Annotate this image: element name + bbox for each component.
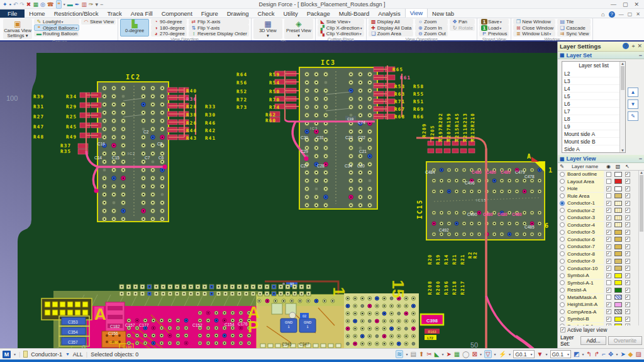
layer-color-swatch[interactable] [614,309,622,314]
side-view-button[interactable]: ◣Side View▾ [318,19,364,25]
close-icon[interactable]: ✕ [637,43,642,49]
select-checkbox[interactable] [625,208,630,213]
n-mode-icon[interactable]: ◩ [574,351,579,358]
select-checkbox[interactable] [625,222,630,227]
select-checkbox[interactable] [625,244,630,249]
pan2-icon-dropdown[interactable]: ▾ [616,352,618,356]
visibility-checkbox[interactable] [606,186,611,191]
tab-restriction-block[interactable]: Restriction/Block [50,9,103,18]
filter-icon[interactable]: ▼ [65,352,70,356]
layer-color-swatch[interactable] [614,186,622,191]
close-window-button[interactable]: ⊠Close Window [513,25,555,30]
visibility-checkbox[interactable] [606,201,611,206]
layer-radio-conductor-5[interactable] [560,230,565,235]
check-mode-icon-dropdown[interactable]: ▾ [494,352,496,356]
layer-row-symbol-a-1[interactable]: Symbol-A-1 [558,279,644,286]
layer-radio-metalmask-a[interactable] [560,295,565,300]
close-button[interactable]: ✕ [634,1,639,8]
visibility-checkbox[interactable] [606,273,611,278]
corner-mode-icon[interactable]: ◣ [435,351,440,358]
pcb-canvas[interactable]: 100050IC2IC3IC15A16R39R34R31R29R27R25R47… [0,42,557,348]
tab-utility[interactable]: Utility [279,9,303,18]
canvas-view-settings-button[interactable]: ▣Canvas ViewSettings ▾ [3,19,32,39]
layer-row-conductor-6[interactable]: Conductor-6 [558,235,644,243]
layer-color-swatch[interactable] [614,237,622,242]
select-checkbox[interactable] [625,230,630,235]
pen-icon[interactable]: ✑ [89,1,94,8]
180-degree-button[interactable]: ◑180-degree [151,25,187,30]
help-icon[interactable]: ? [609,11,615,18]
tile-button[interactable]: ▤Tile [557,19,591,25]
spark-icon-dropdown[interactable]: ▾ [509,352,511,356]
visibility-checkbox[interactable] [606,288,611,293]
visibility-checkbox[interactable] [606,172,611,177]
layer-color-swatch[interactable] [614,230,622,235]
layer-set-item-l4[interactable]: L4 [562,85,625,93]
layer-row-conductor-2[interactable]: Conductor-2 [558,206,644,214]
visibility-checkbox[interactable] [606,280,611,285]
zoom-in-button[interactable]: ⊕Zoom In [415,25,448,30]
corner2-icon[interactable]: ⌐ [602,351,606,358]
layer-radio-conductor-9[interactable] [560,259,565,264]
new-window-button[interactable]: ❐New Window [513,19,555,25]
layer-radio-symbol-a-1[interactable] [560,280,565,285]
pan-button[interactable]: ✥Pan [450,19,475,25]
redo-red-icon[interactable]: ↱ [594,351,599,358]
layer-set-item-mount-side-a[interactable]: Mount side A [562,130,625,138]
layer-set-item-l5[interactable]: L5 [562,93,625,100]
last-icon[interactable]: ▨ [636,351,641,358]
select-checkbox[interactable] [625,288,630,293]
layer-color-swatch[interactable] [614,208,622,213]
phone-icon[interactable]: ☎ [47,1,54,8]
visibility-checkbox[interactable] [606,324,611,325]
mode-chip[interactable]: M [3,351,11,358]
balloon-icon-dropdown[interactable]: ▾ [64,2,65,6]
list-view-icon[interactable]: ▤ [411,351,416,358]
select-checkbox[interactable] [625,179,630,184]
layer-set-section-header[interactable]: ▦Layer Set− [558,52,644,60]
lowlight-button[interactable]: ✎Lowlight▾ [34,19,79,25]
active-layer-label[interactable]: Conductor-1 [31,351,62,358]
visibility-checkbox[interactable] [606,237,611,242]
clip-y-direction-button[interactable]: ▚Clip Y-direction▾ [318,31,364,37]
delete-icon[interactable]: ✖ [26,1,31,8]
select-checkbox[interactable] [625,193,630,198]
display-all-button[interactable]: ▩Display All [369,19,414,25]
maximize-button[interactable]: ▢ [623,1,628,8]
layer-row-conductor-1[interactable]: Conductor-1 [558,200,644,207]
select-checkbox[interactable] [625,324,630,325]
layer-set-item-l6[interactable]: L6 [562,100,625,108]
layer-set-item-l2[interactable]: L2 [562,70,625,77]
select-checkbox[interactable] [625,237,630,242]
layer-row-symbol-a[interactable]: Symbol-A [558,272,644,280]
balloon-mode-icon-dropdown[interactable]: ▾ [406,352,408,356]
layer-color-swatch[interactable] [614,302,622,307]
layer-row-board-outline[interactable]: Board outline [558,171,644,178]
tab-track[interactable]: Track [103,9,126,18]
layer-radio-symbol-b-1[interactable] [560,324,565,325]
cascade-button[interactable]: ❏Cascade [557,25,591,30]
select-checkbox[interactable] [625,259,630,264]
zoom-doc-icon[interactable]: ◎ [40,1,45,8]
select-checkbox[interactable] [625,317,630,322]
visibility-checkbox[interactable] [606,317,611,322]
layer-set-item-l8[interactable]: L8 [562,115,625,123]
layer-radio-conductor-4[interactable] [560,222,565,227]
app-icon[interactable]: ✦ [3,1,8,8]
tab-analysis[interactable]: Analysis [374,9,404,18]
layer-color-swatch[interactable] [614,244,622,249]
layer-row-rule-area[interactable]: Rule Area [558,192,644,200]
layer-color-swatch[interactable] [614,317,622,322]
layer-color-swatch[interactable] [614,215,622,220]
layer-set-item-l7[interactable]: L7 [562,108,625,115]
select-checkbox[interactable] [625,309,630,314]
doc-minimize-button[interactable]: — [619,11,624,17]
select-checkbox[interactable] [625,273,630,278]
save-icon[interactable]: ▪ [9,1,11,8]
layer-radio-heightlimit-a[interactable] [560,302,565,307]
layer-row-conductor-8[interactable]: Conductor-8 [558,250,644,257]
layer-row-conductor-4[interactable]: Conductor-4 [558,221,644,229]
layer-view-section-header[interactable]: ▦Layer View− [558,155,644,163]
table-icon[interactable]: ▥ [81,1,87,8]
layer-row-conductor-3[interactable]: Conductor-3 [558,214,644,222]
